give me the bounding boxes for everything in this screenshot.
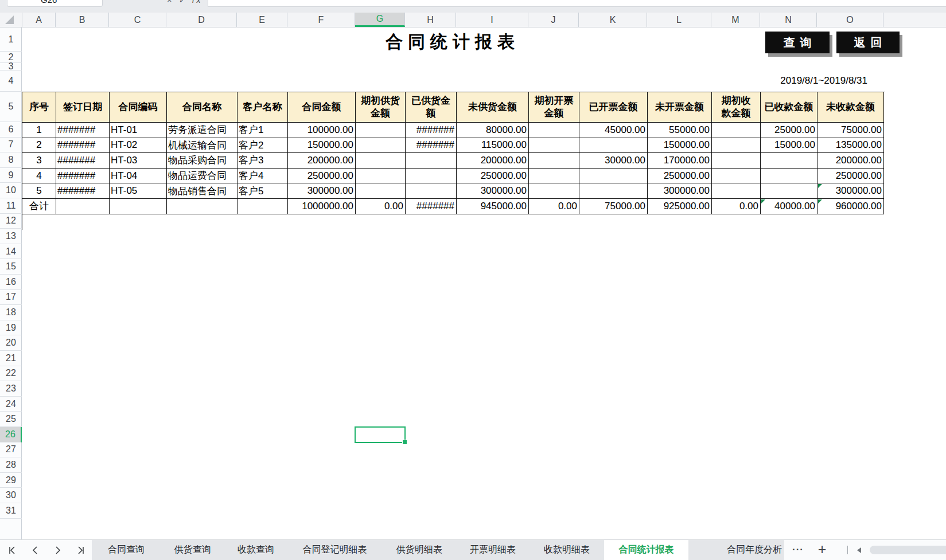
row-header-28[interactable]: 28 [0,457,22,473]
formula-input[interactable] [208,0,946,7]
data-cell-r10[interactable] [579,183,648,199]
row-header-31[interactable]: 31 [0,503,22,519]
query-button[interactable]: 查询 [765,32,830,53]
data-cell-r10[interactable] [761,183,817,199]
horizontal-scrollbar-thumb[interactable] [870,546,946,554]
data-cell-r10[interactable]: 300000.00 [288,183,356,199]
row-header-25[interactable]: 25 [0,412,22,427]
data-cell-r6[interactable]: 客户1 [238,123,288,138]
total-cell[interactable]: 960000.00 [817,199,884,214]
data-cell-r10[interactable]: 物品销售合同 [167,183,238,199]
row-header-15[interactable]: 15 [0,259,22,275]
row-header-11[interactable]: 11 [0,198,22,214]
data-cell-r7[interactable] [356,138,406,154]
column-header-A[interactable]: A [22,13,56,27]
name-box[interactable]: G26 [7,0,103,7]
sheet-tab-8[interactable]: 合同统计报表 [604,540,688,560]
data-cell-r6[interactable]: 1 [22,123,56,138]
data-cell-r6[interactable]: 45000.00 [579,123,648,138]
data-cell-r6[interactable]: HT-01 [110,123,167,138]
total-cell[interactable] [167,199,238,214]
data-cell-r8[interactable]: 客户3 [238,153,288,169]
column-header-O[interactable]: O [817,13,883,27]
data-cell-r7[interactable]: 15000.00 [761,138,817,154]
data-cell-r8[interactable]: 物品采购合同 [167,153,238,169]
data-cell-r6[interactable]: 75000.00 [817,123,884,138]
data-cell-r6[interactable]: ####### [56,123,110,138]
data-cell-r7[interactable]: 2 [22,138,56,154]
total-cell[interactable] [56,199,110,214]
row-header-27[interactable]: 27 [0,442,22,458]
header-cell[interactable]: 已供货金 额 [406,92,457,123]
row-header-4[interactable]: 4 [0,71,22,92]
data-cell-r9[interactable]: ####### [56,169,110,184]
sheet-tab-7[interactable]: 收款明细表 [530,540,604,560]
data-cell-r8[interactable]: 170000.00 [648,153,712,169]
total-cell[interactable]: ####### [406,199,457,214]
total-cell[interactable]: 0.00 [712,199,761,214]
row-header-7[interactable]: 7 [0,138,22,153]
data-cell-r10[interactable] [529,183,579,199]
data-cell-r7[interactable]: ####### [56,138,110,154]
column-header-E[interactable]: E [237,13,287,27]
sheet-tab-4[interactable]: 合同登记明细表 [287,540,383,560]
select-all-button[interactable] [5,15,14,24]
data-cell-r9[interactable] [406,169,457,184]
row-header-3[interactable]: 3 [0,63,22,71]
sheet-tab-1[interactable]: 合同查询 [92,540,161,560]
row-header-9[interactable]: 9 [0,168,22,183]
total-cell[interactable]: 945000.00 [457,199,529,214]
data-cell-r10[interactable] [712,183,761,199]
first-sheet-icon[interactable] [7,545,17,555]
more-sheets-button[interactable]: ··· [787,540,809,559]
header-cell[interactable]: 未开票金额 [648,92,712,123]
total-cell[interactable]: 1000000.00 [288,199,356,214]
data-cell-r9[interactable] [529,169,579,184]
data-cell-r9[interactable]: 客户4 [238,169,288,184]
data-cell-r9[interactable] [356,169,406,184]
column-header-H[interactable]: H [405,13,456,27]
data-cell-r10[interactable]: HT-05 [110,183,167,199]
data-cell-r8[interactable] [356,153,406,169]
row-header-29[interactable]: 29 [0,473,22,488]
header-cell[interactable]: 期初开票 金额 [529,92,579,123]
column-header-M[interactable]: M [711,13,760,27]
data-cell-r7[interactable]: 135000.00 [817,138,884,154]
sheet-tab-9[interactable]: 合同年度分析 [688,540,784,560]
scroll-left-icon[interactable] [857,547,861,553]
next-sheet-icon[interactable] [53,545,63,555]
data-cell-r9[interactable]: 物品运费合同 [167,169,238,184]
total-cell[interactable]: 合计 [22,199,56,214]
data-cell-r6[interactable]: 100000.00 [288,123,356,138]
total-cell[interactable]: 0.00 [356,199,406,214]
data-cell-r10[interactable] [406,183,457,199]
data-cell-r8[interactable]: 30000.00 [579,153,648,169]
data-cell-r7[interactable]: HT-02 [110,138,167,154]
row-header-23[interactable]: 23 [0,381,22,397]
data-cell-r7[interactable]: 150000.00 [648,138,712,154]
data-cell-r10[interactable] [356,183,406,199]
row-header-24[interactable]: 24 [0,397,22,412]
data-cell-r6[interactable]: 80000.00 [457,123,529,138]
header-cell[interactable]: 未收款金额 [817,92,884,123]
row-header-21[interactable]: 21 [0,351,22,366]
previous-sheet-icon[interactable] [30,545,40,555]
header-cell[interactable]: 未供货金额 [457,92,529,123]
sheet-tab-6[interactable]: 开票明细表 [456,540,530,560]
row-header-13[interactable]: 13 [0,229,22,244]
data-cell-r9[interactable]: 250000.00 [817,169,884,184]
tab-splitter-handle[interactable] [847,546,848,554]
data-cell-r8[interactable]: HT-03 [110,153,167,169]
column-header-L[interactable]: L [647,13,711,27]
data-cell-r8[interactable] [406,153,457,169]
row-header-8[interactable]: 8 [0,152,22,168]
row-header-20[interactable]: 20 [0,335,22,351]
data-cell-r10[interactable]: 300000.00 [817,183,884,199]
data-cell-r7[interactable] [579,138,648,154]
row-header-18[interactable]: 18 [0,305,22,320]
fill-handle[interactable] [402,440,407,445]
data-cell-r8[interactable] [761,153,817,169]
total-cell[interactable]: 40000.00 [761,199,817,214]
data-cell-r8[interactable] [529,153,579,169]
header-cell[interactable]: 已开票金额 [579,92,648,123]
